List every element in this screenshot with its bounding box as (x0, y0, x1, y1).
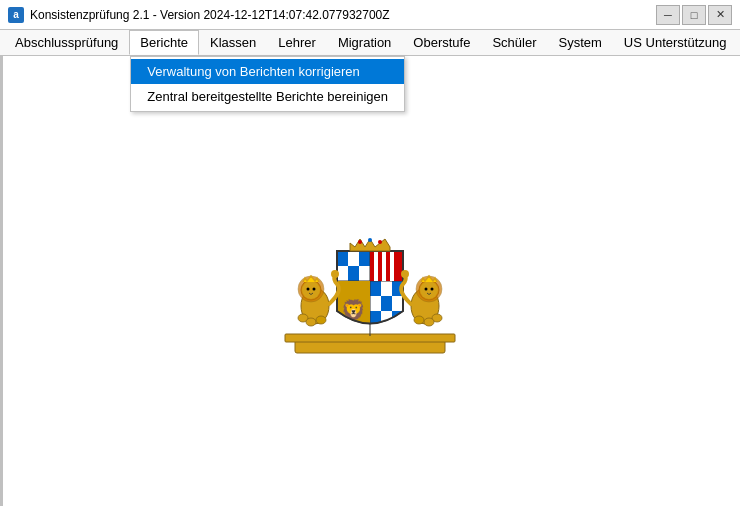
svg-point-41 (331, 270, 339, 278)
main-content: 🦁 (0, 56, 740, 506)
menu-bar: Abschlussprüfung Berichte Verwaltung von… (0, 30, 740, 56)
title-bar-buttons: ─ □ ✕ (656, 5, 732, 25)
minimize-button[interactable]: ─ (656, 5, 680, 25)
svg-point-35 (302, 281, 320, 299)
berichte-dropdown: Verwaltung von Berichten korrigieren Zen… (130, 56, 405, 112)
svg-point-49 (424, 318, 434, 326)
svg-rect-24 (374, 251, 378, 281)
svg-rect-15 (370, 281, 381, 296)
svg-rect-4 (359, 251, 370, 266)
title-bar: a Konsistenzprüfung 2.1 - Version 2024-1… (0, 0, 740, 30)
svg-rect-26 (390, 251, 394, 281)
svg-point-37 (313, 288, 316, 291)
svg-point-31 (378, 240, 382, 244)
svg-point-45 (420, 281, 438, 299)
left-border (0, 56, 3, 506)
menu-oberstufe[interactable]: Oberstufe (402, 30, 481, 55)
menu-berichte[interactable]: Berichte Verwaltung von Berichten korrig… (129, 30, 199, 55)
menu-abschlusspruefung[interactable]: Abschlussprüfung (4, 30, 129, 55)
svg-point-36 (307, 288, 310, 291)
svg-rect-25 (382, 251, 386, 281)
dropdown-verwaltung[interactable]: Verwaltung von Berichten korrigieren (131, 59, 404, 84)
svg-text:🦁: 🦁 (341, 298, 366, 322)
svg-point-39 (306, 318, 316, 326)
svg-point-51 (401, 270, 409, 278)
svg-rect-9 (348, 266, 359, 281)
menu-migration[interactable]: Migration (327, 30, 402, 55)
title-bar-text: Konsistenzprüfung 2.1 - Version 2024-12-… (30, 8, 656, 22)
svg-point-40 (316, 316, 326, 324)
app-icon: a (8, 7, 24, 23)
close-button[interactable]: ✕ (708, 5, 732, 25)
menu-schueler[interactable]: Schüler (481, 30, 547, 55)
menu-us-unterstuetzung[interactable]: US Unterstützung (613, 30, 738, 55)
svg-point-46 (431, 288, 434, 291)
svg-point-47 (425, 288, 428, 291)
svg-point-30 (368, 238, 372, 242)
maximize-button[interactable]: □ (682, 5, 706, 25)
svg-rect-20 (381, 296, 392, 311)
coat-of-arms: 🦁 (265, 201, 475, 361)
menu-klassen[interactable]: Klassen (199, 30, 267, 55)
svg-point-29 (358, 240, 362, 244)
menu-system[interactable]: System (548, 30, 613, 55)
svg-rect-3 (337, 251, 348, 266)
svg-point-50 (414, 316, 424, 324)
dropdown-zentral[interactable]: Zentral bereitgestellte Berichte bereini… (131, 84, 404, 109)
menu-lehrer[interactable]: Lehrer (267, 30, 327, 55)
